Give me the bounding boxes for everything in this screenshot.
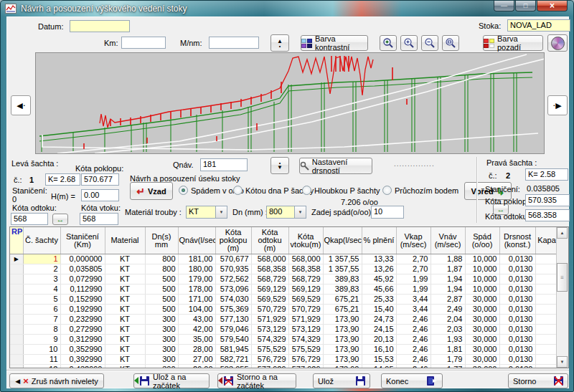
- grid-cell[interactable]: 180,00: [178, 264, 215, 274]
- grid-cell[interactable]: 569,129: [288, 285, 323, 295]
- grid-cell[interactable]: 579,046: [215, 325, 251, 335]
- radio-hloubkou[interactable]: Hloubkou P šachty: [302, 186, 380, 195]
- k-left-field[interactable]: K= 2.68: [45, 173, 80, 186]
- grid-cell[interactable]: 575,369: [215, 305, 251, 315]
- grid-cell[interactable]: 0,000000: [60, 254, 105, 264]
- minimize-button[interactable]: ―: [494, 1, 514, 11]
- table-row[interactable]: 60,192990KT500104,00575,369570,729570,72…: [10, 305, 558, 315]
- grid-cell[interactable]: 13,26: [362, 264, 396, 274]
- grid-cell[interactable]: 576,729: [288, 355, 323, 365]
- grid-cell[interactable]: 1,87: [430, 264, 465, 274]
- table-row[interactable]: 40,112990KT500178,00573,096569,129569,12…: [10, 285, 558, 295]
- grid-cell[interactable]: 2,46: [396, 345, 430, 355]
- grid-cell[interactable]: 2,46: [396, 315, 430, 325]
- grid-cell[interactable]: 2,49: [430, 305, 465, 315]
- uloz-na-zacatek-button[interactable]: Ulož a na začátek: [133, 373, 210, 388]
- grid-cell[interactable]: 0,0130: [499, 345, 535, 355]
- grid-cell[interactable]: 0,0130: [499, 325, 535, 335]
- grid-cell[interactable]: 0,0130: [499, 295, 535, 305]
- k-right-field[interactable]: K= 2.58: [525, 168, 568, 181]
- close-button[interactable]: ×: [537, 1, 568, 11]
- grid-cell[interactable]: 12: [23, 365, 60, 369]
- grid-cell[interactable]: 571,929: [251, 315, 288, 325]
- grid-cell[interactable]: 300: [145, 355, 178, 365]
- zrus-navrh-button[interactable]: ◀ × Zruš návrh nivelety: [9, 373, 104, 388]
- grid-cell[interactable]: 1,93: [430, 335, 465, 345]
- grid-cell[interactable]: 10,000: [465, 254, 499, 264]
- grid-cell[interactable]: KT: [105, 355, 145, 365]
- grid-cell[interactable]: 30,000: [465, 335, 499, 345]
- grid-cell[interactable]: [535, 345, 558, 355]
- grid-cell[interactable]: 173,90: [323, 345, 362, 355]
- grid-cell[interactable]: 7: [23, 315, 60, 325]
- scrollbar-up-button[interactable]: ▲: [557, 227, 568, 239]
- grid-cell[interactable]: 583,055: [215, 365, 251, 369]
- row-selector[interactable]: [10, 305, 23, 315]
- grid-cell[interactable]: 568,000: [251, 254, 288, 264]
- results-grid[interactable]: RPČ. šachtyStaničení (Km)MaterialDn(s) m…: [9, 226, 569, 368]
- kota-poklopu-right-field[interactable]: 570.935: [525, 194, 570, 206]
- grid-cell[interactable]: 45,92: [362, 274, 396, 285]
- zoom-in-button[interactable]: [400, 35, 418, 51]
- table-row[interactable]: 30,072990KT500179,00572,562568,729568,72…: [10, 274, 558, 285]
- grid-cell[interactable]: 1 357,55: [323, 254, 362, 264]
- grid-cell[interactable]: 173,90: [323, 325, 362, 335]
- grid-cell[interactable]: 30,000: [465, 345, 499, 355]
- grid-cell[interactable]: 30,000: [465, 305, 499, 315]
- grid-cell[interactable]: 25,33: [362, 295, 396, 305]
- row-selector[interactable]: [10, 264, 23, 274]
- grid-cell[interactable]: 1,81: [430, 345, 465, 355]
- grid-cell[interactable]: 0,0130: [499, 254, 535, 264]
- grid-cell[interactable]: 0,0130: [499, 315, 535, 325]
- uloz-button[interactable]: Ulož: [313, 373, 370, 388]
- grid-cell[interactable]: 581,945: [215, 345, 251, 355]
- grid-cell[interactable]: 1 357,55: [323, 264, 362, 274]
- grid-cell[interactable]: 568,000: [288, 254, 323, 264]
- grid-cell[interactable]: 8: [23, 325, 60, 335]
- grid-cell[interactable]: 577,130: [215, 315, 251, 325]
- mnm-field[interactable]: [209, 37, 259, 49]
- vzad-button[interactable]: ↵ Vzad: [130, 182, 173, 200]
- grid-cell[interactable]: 389,83: [323, 285, 362, 295]
- zoom-in-strong-button[interactable]: [380, 35, 397, 51]
- grid-cell[interactable]: [535, 335, 558, 345]
- row-selector[interactable]: [10, 345, 23, 355]
- table-row[interactable]: 80,272990KT30042,00579,046573,129573,129…: [10, 325, 558, 335]
- grid-cell[interactable]: 2,70: [396, 254, 430, 264]
- profile-up-spinner[interactable]: ▲•: [270, 34, 289, 52]
- scroll-right-button[interactable]: •▶: [547, 95, 568, 115]
- grid-cell[interactable]: [535, 355, 558, 365]
- grid-cell[interactable]: 675,21: [323, 295, 362, 305]
- grid-cell[interactable]: 568,729: [288, 274, 323, 285]
- grid-cell[interactable]: 0,0130: [499, 335, 535, 345]
- konec-button[interactable]: Konec: [381, 373, 443, 388]
- grid-cell[interactable]: 1,94: [430, 285, 465, 295]
- qnav-spinner[interactable]: •▼: [270, 157, 289, 174]
- radio-pruchozim[interactable]: Průchozím bodem: [382, 186, 458, 195]
- kota-poklopu-left-field[interactable]: 570.677: [81, 173, 119, 186]
- nastaveni-drsnosti-button[interactable]: Nastavení drsností: [299, 158, 372, 174]
- color-palette-button[interactable]: [547, 34, 568, 52]
- grid-cell[interactable]: 178,00: [178, 285, 215, 295]
- grid-cell[interactable]: 0,0130: [499, 355, 535, 365]
- grid-cell[interactable]: 30,000: [465, 355, 499, 365]
- grid-cell[interactable]: KT: [105, 274, 145, 285]
- grid-cell[interactable]: 675,21: [323, 305, 362, 315]
- maximize-button[interactable]: □: [515, 1, 536, 11]
- grid-cell[interactable]: 10,000: [465, 274, 499, 285]
- grid-cell[interactable]: 1,99: [396, 285, 430, 295]
- grid-cell[interactable]: 0,0130: [499, 285, 535, 295]
- grid-cell[interactable]: 24,15: [362, 325, 396, 335]
- grid-cell[interactable]: 500: [145, 305, 178, 315]
- grid-cell[interactable]: 570,729: [251, 305, 288, 315]
- grid-cell[interactable]: 30,000: [465, 365, 499, 369]
- table-row[interactable]: 110,392990KT30027,00582,721576,729576,72…: [10, 355, 558, 365]
- grid-cell[interactable]: 1,88: [430, 254, 465, 264]
- grid-cell[interactable]: KT: [105, 335, 145, 345]
- table-row[interactable]: 20,035805KT800180,00570,935568,358568,35…: [10, 264, 558, 274]
- grid-cell[interactable]: 15,40: [362, 305, 396, 315]
- grid-cell[interactable]: 9: [23, 335, 60, 345]
- grid-cell[interactable]: 35,00: [178, 335, 215, 345]
- grid-cell[interactable]: 3,44: [396, 305, 430, 315]
- material-combo[interactable]: KT ▼: [186, 206, 227, 219]
